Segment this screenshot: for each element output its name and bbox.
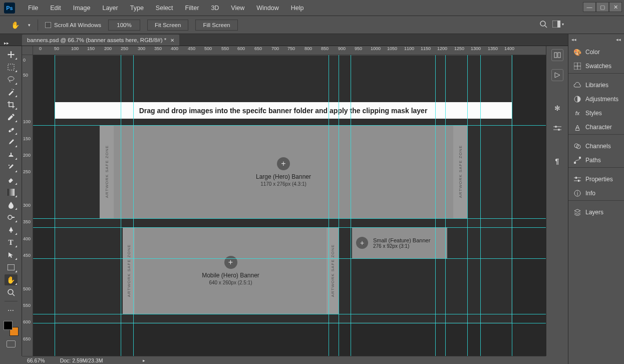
edit-toolbar-icon[interactable]: ⋯ bbox=[5, 304, 18, 315]
canvas[interactable]: Drag and drop images into the specifc ba… bbox=[33, 55, 546, 356]
panel-swatches[interactable]: Swatches bbox=[568, 59, 624, 73]
panel-layers[interactable]: Layers bbox=[568, 205, 624, 219]
menu-edit[interactable]: Edit bbox=[44, 5, 67, 12]
document-tab[interactable]: banners.psd @ 66.7% (banner assets here,… bbox=[22, 35, 179, 46]
guide[interactable] bbox=[445, 55, 446, 356]
svg-point-20 bbox=[555, 126, 557, 128]
clone-stamp-tool[interactable] bbox=[5, 149, 18, 160]
menu-layer[interactable]: Layer bbox=[96, 5, 124, 12]
hand-tool[interactable]: ✋ bbox=[5, 274, 18, 285]
lasso-tool[interactable] bbox=[5, 74, 18, 85]
quick-mask-toggle[interactable] bbox=[7, 340, 16, 347]
options-bar: ✋ ▾ Scroll All Windows 100% Fit Screen F… bbox=[0, 16, 624, 34]
window-maximize-button[interactable]: ▢ bbox=[596, 2, 609, 12]
history-panel-icon[interactable] bbox=[551, 49, 563, 61]
panel-adjustments[interactable]: Adjustments bbox=[568, 92, 624, 106]
expand-toolbar-icon[interactable]: ▸▸ bbox=[4, 41, 9, 46]
menu-3d[interactable]: 3D bbox=[205, 5, 225, 12]
panel-info[interactable]: iInfo bbox=[568, 186, 624, 200]
panel-channels[interactable]: Channels bbox=[568, 139, 624, 153]
eraser-tool[interactable] bbox=[5, 174, 18, 185]
guide[interactable] bbox=[329, 55, 329, 356]
svg-point-10 bbox=[8, 215, 12, 219]
actions-panel-icon[interactable] bbox=[551, 69, 563, 81]
sliders-icon bbox=[573, 175, 581, 183]
guide[interactable] bbox=[435, 55, 436, 356]
guide[interactable] bbox=[133, 55, 134, 356]
blur-tool[interactable] bbox=[5, 199, 18, 210]
collapse-left-icon[interactable]: ◂◂ bbox=[571, 37, 576, 42]
status-menu-chevron-icon[interactable]: ▸ bbox=[143, 358, 145, 363]
panel-properties[interactable]: Properties bbox=[568, 172, 624, 186]
brushes-panel-icon[interactable]: ✻ bbox=[551, 102, 563, 114]
panel-libraries[interactable]: Libraries bbox=[568, 78, 624, 92]
window-minimize-button[interactable]: — bbox=[583, 2, 596, 12]
magic-wand-tool[interactable] bbox=[5, 87, 18, 98]
guide[interactable] bbox=[339, 55, 339, 356]
mobile-banner-slot[interactable]: + Mobile (Hero) Banner 640 x 260px (2.5:… bbox=[123, 227, 339, 314]
guide[interactable] bbox=[480, 55, 481, 356]
path-selection-tool[interactable] bbox=[5, 249, 18, 260]
horizontal-ruler[interactable]: 0 50 100 150 200 250 300 350 400 450 500… bbox=[33, 46, 546, 55]
vertical-ruler[interactable]: 0 50 100 150 200 250 300 350 400 450 500… bbox=[22, 55, 33, 356]
menu-file[interactable]: File bbox=[22, 5, 44, 12]
guide[interactable] bbox=[33, 314, 546, 314]
status-zoom[interactable]: 66.67% bbox=[27, 357, 45, 363]
marquee-tool[interactable] bbox=[5, 62, 18, 73]
zoom-tool[interactable] bbox=[5, 287, 18, 298]
guide[interactable] bbox=[33, 218, 546, 219]
small-banner-title: Small (Feature) Banner bbox=[373, 237, 430, 243]
tool-preset-chevron-icon[interactable]: ▾ bbox=[28, 23, 31, 28]
menu-help[interactable]: Help bbox=[285, 5, 310, 12]
foreground-color-swatch[interactable] bbox=[4, 321, 13, 330]
menu-image[interactable]: Image bbox=[67, 5, 97, 12]
crop-tool[interactable] bbox=[5, 99, 18, 110]
panel-color[interactable]: 🎨Color bbox=[568, 45, 624, 59]
guide[interactable] bbox=[512, 55, 512, 356]
panel-paths[interactable]: Paths bbox=[568, 153, 624, 167]
menu-filter[interactable]: Filter bbox=[179, 5, 205, 12]
history-brush-tool[interactable] bbox=[5, 162, 18, 173]
fit-screen-button[interactable]: Fit Screen bbox=[147, 20, 188, 31]
guide[interactable] bbox=[55, 55, 55, 356]
fill-screen-button[interactable]: Fill Screen bbox=[195, 20, 237, 31]
rectangle-tool[interactable] bbox=[5, 262, 18, 273]
eyedropper-tool[interactable] bbox=[5, 112, 18, 123]
status-doc-size[interactable]: Doc: 2.59M/23.3M bbox=[60, 357, 103, 363]
document-tab-row: ▸▸ banners.psd @ 66.7% (banner assets he… bbox=[0, 34, 624, 46]
guide[interactable] bbox=[33, 227, 546, 228]
ruler-origin[interactable] bbox=[22, 46, 33, 55]
menu-view[interactable]: View bbox=[225, 5, 250, 12]
guide[interactable] bbox=[33, 323, 546, 323]
dodge-tool[interactable] bbox=[5, 212, 18, 223]
menu-type[interactable]: Type bbox=[124, 5, 150, 12]
brush-settings-panel-icon[interactable] bbox=[551, 122, 563, 134]
type-tool[interactable]: T bbox=[5, 237, 18, 248]
guide[interactable] bbox=[33, 258, 546, 259]
workspace-switcher-icon[interactable]: ▾ bbox=[552, 21, 564, 28]
scroll-all-windows-checkbox[interactable]: Scroll All Windows bbox=[45, 22, 101, 28]
panel-styles[interactable]: fxStyles bbox=[568, 106, 624, 120]
collapse-right-icon[interactable]: ◂◂ bbox=[616, 37, 621, 42]
pen-tool[interactable] bbox=[5, 224, 18, 235]
gradient-tool[interactable] bbox=[5, 187, 18, 198]
svg-point-0 bbox=[540, 21, 545, 26]
move-tool[interactable] bbox=[5, 49, 18, 60]
brush-tool[interactable] bbox=[5, 137, 18, 148]
zoom-100-button[interactable]: 100% bbox=[108, 20, 140, 31]
large-banner-slot[interactable]: + Large (Hero) Banner 1170 x 276px (4.3:… bbox=[100, 125, 467, 218]
menu-select[interactable]: Select bbox=[150, 5, 179, 12]
small-banner-slot[interactable]: + Small (Feature) Banner 276 x 92px (3:1… bbox=[352, 227, 447, 258]
guide[interactable] bbox=[467, 55, 468, 356]
color-swatches[interactable] bbox=[4, 321, 19, 336]
healing-brush-tool[interactable] bbox=[5, 124, 18, 135]
panel-character[interactable]: ACharacter bbox=[568, 120, 624, 134]
paragraph-panel-icon[interactable]: ¶ bbox=[551, 155, 563, 167]
menu-window[interactable]: Window bbox=[250, 5, 284, 12]
window-close-button[interactable]: ✕ bbox=[609, 2, 622, 12]
guide[interactable] bbox=[121, 55, 121, 356]
guide[interactable] bbox=[351, 55, 351, 356]
search-icon[interactable] bbox=[539, 20, 547, 28]
close-tab-icon[interactable]: ✕ bbox=[170, 38, 174, 43]
guide[interactable] bbox=[33, 125, 546, 126]
